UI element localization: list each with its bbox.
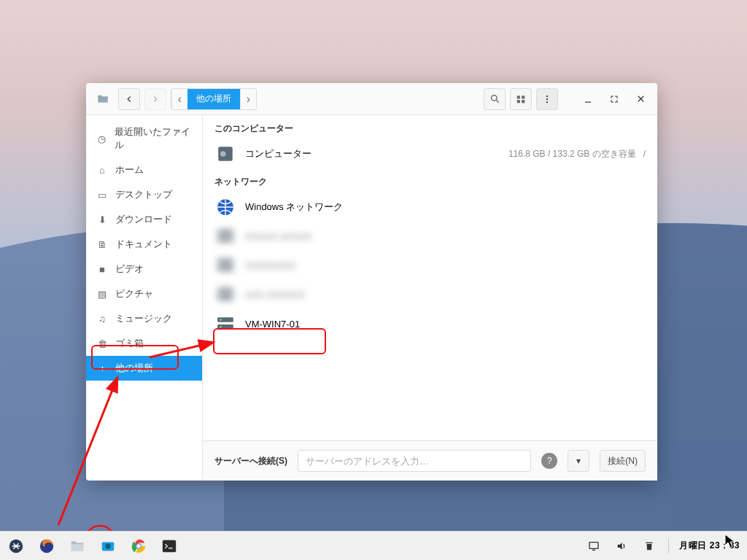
row-label: XXXXXXXX: [245, 260, 295, 271]
server-icon: [214, 314, 236, 334]
disk-icon: [214, 144, 236, 164]
svg-point-33: [136, 544, 141, 548]
terminal-icon[interactable]: [160, 537, 178, 555]
row-network-host[interactable]: XXXXX-XXXXX: [203, 222, 657, 251]
location-segment-active[interactable]: 他の場所: [187, 89, 240, 109]
firefox-icon[interactable]: [38, 537, 55, 555]
row-detail-sep: /: [643, 149, 646, 159]
server-icon: [214, 284, 236, 305]
clock-icon: ◷: [96, 133, 107, 144]
svg-point-11: [220, 151, 226, 157]
server-icon: [214, 255, 236, 276]
svg-rect-3: [522, 96, 525, 98]
sidebar-item-label: ダウンロード: [115, 213, 172, 226]
server-icon: [214, 226, 236, 246]
picture-icon: ▧: [96, 288, 108, 300]
svg-point-6: [546, 95, 548, 96]
svg-rect-9: [585, 101, 591, 102]
sidebar-item-documents[interactable]: 🗎ドキュメント: [86, 232, 202, 257]
svg-point-22: [220, 326, 221, 327]
cursor-icon: [724, 534, 736, 548]
row-windows-network[interactable]: Windows ネットワーク: [203, 192, 657, 222]
connect-button[interactable]: 接続(N): [600, 450, 646, 472]
folder-icon: [92, 88, 114, 110]
path-next-icon[interactable]: ›: [240, 89, 256, 109]
places-sidebar: ◷最近開いたファイル ⌂ホーム ▭デスクトップ ⬇ダウンロード 🗎ドキュメント …: [86, 115, 203, 481]
sidebar-item-label: ピクチャ: [115, 287, 153, 300]
sidebar-item-recent[interactable]: ◷最近開いたファイル: [86, 120, 202, 158]
files-taskbar-icon[interactable]: [69, 537, 86, 555]
svg-point-0: [491, 96, 497, 101]
row-network-host-vmwin7[interactable]: VM-WIN7-01: [203, 309, 657, 338]
section-title-network: ネットワーク: [203, 168, 657, 192]
volume-icon[interactable]: [613, 537, 630, 555]
minimize-button[interactable]: [577, 88, 599, 110]
svg-rect-16: [217, 266, 233, 271]
row-label: コンピューター: [245, 147, 311, 160]
sidebar-item-label: デスクトップ: [115, 188, 172, 201]
content-pane: このコンピューター コンピューター 116.8 GB / 133.2 GB の空…: [203, 115, 657, 481]
svg-rect-13: [217, 230, 233, 235]
svg-rect-17: [217, 288, 233, 293]
sidebar-item-label: ミュージック: [115, 312, 172, 325]
close-button[interactable]: [630, 88, 651, 110]
hamburger-menu-button[interactable]: [536, 88, 558, 110]
svg-rect-19: [217, 317, 233, 322]
row-label: XXXXX-XXXXX: [245, 231, 311, 242]
svg-rect-5: [522, 100, 525, 103]
window-titlebar: ‹ 他の場所 ›: [86, 83, 657, 115]
path-prev-icon[interactable]: ‹: [171, 89, 187, 109]
screen-icon[interactable]: [585, 537, 603, 555]
taskbar: 月曜日 23：33: [0, 531, 747, 560]
forward-button[interactable]: [144, 88, 166, 110]
server-address-input[interactable]: [298, 450, 531, 472]
row-label: Windows ネットワーク: [245, 201, 343, 214]
desktop-icon: ▭: [96, 189, 108, 201]
sidebar-item-other-locations[interactable]: ＋他の場所: [86, 356, 202, 381]
row-computer[interactable]: コンピューター 116.8 GB / 133.2 GB の空き容量 /: [203, 139, 657, 168]
files-window: ‹ 他の場所 ›: [86, 83, 657, 481]
desktop: ‹ 他の場所 ›: [0, 0, 747, 560]
download-icon: ⬇: [96, 214, 108, 225]
help-button[interactable]: ?: [541, 453, 557, 469]
start-menu-button[interactable]: [7, 537, 25, 555]
svg-rect-15: [217, 259, 233, 264]
row-label: VM-WIN7-01: [245, 319, 300, 330]
row-network-host[interactable]: XXXXXXXX: [203, 251, 657, 280]
connect-label: サーバーへ接続(S): [214, 455, 287, 467]
view-toggle-button[interactable]: [510, 88, 532, 110]
location-bar[interactable]: ‹ 他の場所 ›: [171, 88, 257, 110]
sidebar-item-trash[interactable]: 🗑ゴミ箱: [86, 331, 202, 356]
row-detail: 116.8 GB / 133.2 GB の空き容量: [508, 148, 636, 160]
trash-tray-icon[interactable]: [640, 537, 658, 555]
maximize-button[interactable]: [603, 88, 625, 110]
svg-point-8: [546, 101, 548, 102]
connect-server-bar: サーバーへ接続(S) ? ▾ 接続(N): [203, 440, 657, 481]
chrome-icon[interactable]: [130, 537, 147, 555]
svg-rect-2: [517, 96, 520, 98]
sidebar-item-label: ドキュメント: [115, 238, 172, 251]
svg-rect-36: [592, 549, 595, 550]
svg-rect-35: [589, 542, 598, 548]
sidebar-item-videos[interactable]: ■ビデオ: [86, 257, 202, 281]
back-button[interactable]: [118, 88, 140, 110]
sidebar-item-downloads[interactable]: ⬇ダウンロード: [86, 207, 202, 232]
globe-icon: [214, 197, 236, 217]
music-icon: ♫: [96, 313, 108, 324]
recent-servers-dropdown[interactable]: ▾: [568, 450, 589, 472]
sidebar-item-home[interactable]: ⌂ホーム: [86, 158, 202, 182]
sidebar-item-desktop[interactable]: ▭デスクトップ: [86, 182, 202, 207]
svg-rect-34: [163, 540, 176, 552]
svg-rect-18: [217, 295, 233, 300]
trash-icon: 🗑: [96, 338, 108, 349]
home-icon: ⌂: [96, 164, 108, 176]
svg-rect-28: [71, 544, 84, 551]
svg-rect-20: [217, 324, 233, 330]
sidebar-item-label: ゴミ箱: [115, 337, 144, 350]
video-icon: ■: [96, 263, 108, 275]
row-network-host[interactable]: XXX-XXXXXX: [203, 280, 657, 309]
sidebar-item-music[interactable]: ♫ミュージック: [86, 306, 202, 331]
camera-icon[interactable]: [99, 537, 117, 555]
search-button[interactable]: [484, 88, 506, 110]
sidebar-item-pictures[interactable]: ▧ピクチャ: [86, 281, 202, 306]
